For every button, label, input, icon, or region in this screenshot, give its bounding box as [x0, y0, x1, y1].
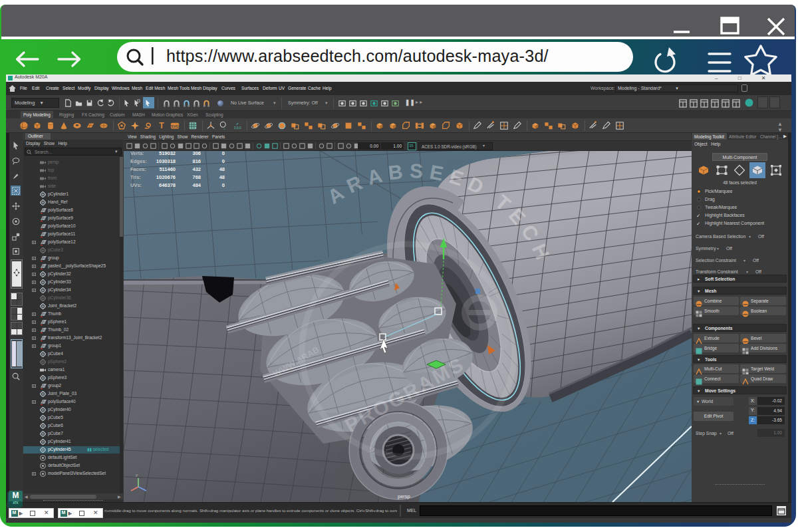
svg-text:Verts:: Verts: — [130, 151, 144, 156]
svg-text:0: 0 — [222, 182, 225, 188]
svg-text:UVs:: UVs: — [130, 182, 142, 188]
svg-text:T: T — [159, 121, 164, 130]
svg-text:816: 816 — [192, 158, 201, 164]
svg-text:Edges:: Edges: — [130, 158, 147, 164]
svg-text:432: 432 — [192, 166, 201, 172]
svg-text:1020676: 1020676 — [156, 174, 176, 180]
svg-text:Tris:: Tris: — [130, 174, 141, 180]
svg-text:1030318: 1030318 — [156, 158, 176, 164]
svg-text:SVG: SVG — [171, 124, 180, 128]
svg-text:✓: ✓ — [236, 122, 239, 126]
svg-text:persp: persp — [398, 493, 410, 499]
svg-text:+: + — [223, 127, 225, 130]
svg-text:https://www.arabseedtech.com/a: https://www.arabseedtech.com/autodesk-ma… — [166, 47, 549, 65]
svg-text:48: 48 — [219, 174, 225, 180]
svg-text:0: 0 — [222, 158, 225, 164]
svg-text:646378: 646378 — [159, 182, 176, 188]
svg-text:484: 484 — [192, 182, 201, 188]
svg-text:y: y — [136, 473, 138, 477]
svg-text:0,0,0: 0,0,0 — [234, 126, 241, 130]
svg-text:511460: 511460 — [159, 166, 176, 172]
svg-text:48: 48 — [219, 166, 225, 172]
svg-text:Faces:: Faces: — [130, 166, 146, 172]
svg-text:0: 0 — [222, 151, 225, 156]
svg-text:306: 306 — [192, 151, 201, 156]
svg-text:768: 768 — [192, 174, 201, 180]
svg-text:519032: 519032 — [159, 151, 176, 156]
